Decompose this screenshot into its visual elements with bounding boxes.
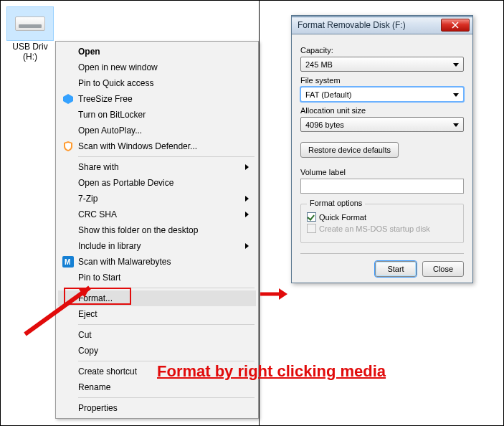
menu-label: Share with	[78, 162, 119, 172]
menu-label: Format...	[78, 293, 113, 303]
format-options-group: Format options Quick Format Create an MS…	[300, 204, 464, 243]
close-button-footer[interactable]: Close	[422, 261, 464, 277]
menu-label: Cut	[78, 330, 92, 340]
button-label: Start	[387, 265, 404, 273]
caption-text: Format by right clicking media	[157, 362, 386, 381]
menu-separator	[78, 156, 255, 157]
menu-label: Pin to Quick access	[78, 78, 153, 88]
close-button[interactable]	[441, 19, 470, 32]
start-button[interactable]: Start	[375, 261, 417, 277]
arrow-right-icon	[259, 285, 287, 303]
msdos-checkbox	[307, 224, 316, 233]
menu-include-library[interactable]: Include in library	[58, 238, 256, 254]
quick-format-checkbox[interactable]	[307, 212, 316, 222]
menu-bitlocker[interactable]: Turn on BitLocker	[58, 107, 256, 123]
menu-label: Open as Portable Device	[78, 178, 173, 188]
capacity-combobox[interactable]: 245 MB	[300, 57, 464, 72]
format-dialog: Format Removable Disk (F:) Capacity: 245…	[291, 15, 473, 283]
menu-autoplay[interactable]: Open AutoPlay...	[58, 123, 256, 138]
menu-eject[interactable]: Eject	[58, 306, 256, 322]
file-system-combobox[interactable]: FAT (Default)	[300, 87, 464, 102]
svg-text:M: M	[65, 258, 70, 266]
menu-treesize[interactable]: TreeSize Free	[58, 91, 256, 107]
treesize-icon	[62, 93, 74, 105]
menu-rename[interactable]: Rename	[58, 379, 256, 395]
menu-label: Rename	[78, 382, 110, 392]
menu-7zip[interactable]: 7-Zip	[58, 191, 256, 207]
drive-icon	[6, 6, 54, 41]
menu-copy[interactable]: Copy	[58, 343, 256, 359]
menu-defender[interactable]: Scan with Windows Defender...	[58, 138, 256, 154]
menu-format[interactable]: Format...	[58, 290, 256, 306]
combo-value: FAT (Default)	[305, 90, 351, 99]
menu-malwarebytes[interactable]: M Scan with Malwarebytes	[58, 254, 256, 270]
close-icon	[452, 22, 459, 29]
combo-value: 4096 bytes	[305, 120, 344, 129]
menu-label: Scan with Windows Defender...	[78, 141, 197, 151]
menu-share-with[interactable]: Share with	[58, 159, 256, 175]
msdos-label: Create an MS-DOS startup disk	[319, 224, 430, 233]
dialog-titlebar[interactable]: Format Removable Disk (F:)	[292, 16, 472, 34]
button-label: Restore device defaults	[308, 146, 391, 154]
volume-label-label: Volume label	[300, 168, 464, 176]
quick-format-label: Quick Format	[319, 213, 366, 222]
menu-pin-start[interactable]: Pin to Start	[58, 270, 256, 285]
dialog-title: Format Removable Disk (F:)	[298, 20, 441, 30]
menu-label: Pin to Start	[78, 273, 120, 283]
malwarebytes-icon: M	[62, 256, 74, 268]
allocation-size-combobox[interactable]: 4096 bytes	[300, 117, 464, 132]
menu-open[interactable]: Open	[58, 44, 256, 60]
menu-label: Properties	[78, 403, 118, 413]
combo-value: 245 MB	[305, 60, 333, 69]
drive-label: USB Driv(H:)	[6, 42, 54, 62]
menu-pin-quick-access[interactable]: Pin to Quick access	[58, 75, 256, 91]
menu-label: Scan with Malwarebytes	[78, 257, 171, 267]
menu-label: Show this folder on the desktop	[78, 225, 198, 235]
menu-label: 7-Zip	[78, 194, 98, 204]
capacity-label: Capacity:	[300, 46, 464, 55]
usb-drive-icon[interactable]: USB Driv(H:)	[6, 6, 54, 62]
menu-separator	[78, 288, 255, 288]
menu-label: Turn on BitLocker	[78, 110, 146, 120]
allocation-size-label: Allocation unit size	[300, 106, 464, 115]
menu-cut[interactable]: Cut	[58, 327, 256, 343]
menu-label: Eject	[78, 309, 98, 319]
menu-label: Open AutoPlay...	[78, 126, 142, 136]
menu-properties[interactable]: Properties	[58, 400, 256, 416]
menu-label: Open	[78, 47, 100, 57]
volume-label-input[interactable]	[300, 179, 464, 194]
menu-label: Copy	[78, 346, 98, 356]
group-title: Format options	[307, 199, 365, 207]
menu-label: Create shortcut	[78, 366, 137, 377]
menu-separator	[78, 324, 255, 325]
dialog-separator	[300, 253, 464, 254]
menu-open-new-window[interactable]: Open in new window	[58, 60, 256, 75]
menu-label: TreeSize Free	[78, 94, 133, 104]
shield-icon	[62, 141, 74, 152]
menu-label: Include in library	[78, 241, 141, 251]
menu-show-folder-desktop[interactable]: Show this folder on the desktop	[58, 222, 256, 238]
svg-marker-5	[279, 288, 287, 300]
menu-crc-sha[interactable]: CRC SHA	[58, 207, 256, 222]
menu-portable-device[interactable]: Open as Portable Device	[58, 175, 256, 191]
menu-separator	[78, 361, 255, 361]
restore-defaults-button[interactable]: Restore device defaults	[300, 142, 399, 158]
button-label: Close	[433, 265, 453, 273]
file-system-label: File system	[300, 76, 464, 85]
canvas: { "drive": { "label": "USB Driv\n(H:)" }…	[0, 0, 504, 426]
menu-label: CRC SHA	[78, 209, 117, 219]
menu-label: Open in new window	[78, 62, 158, 72]
menu-separator	[78, 397, 255, 398]
